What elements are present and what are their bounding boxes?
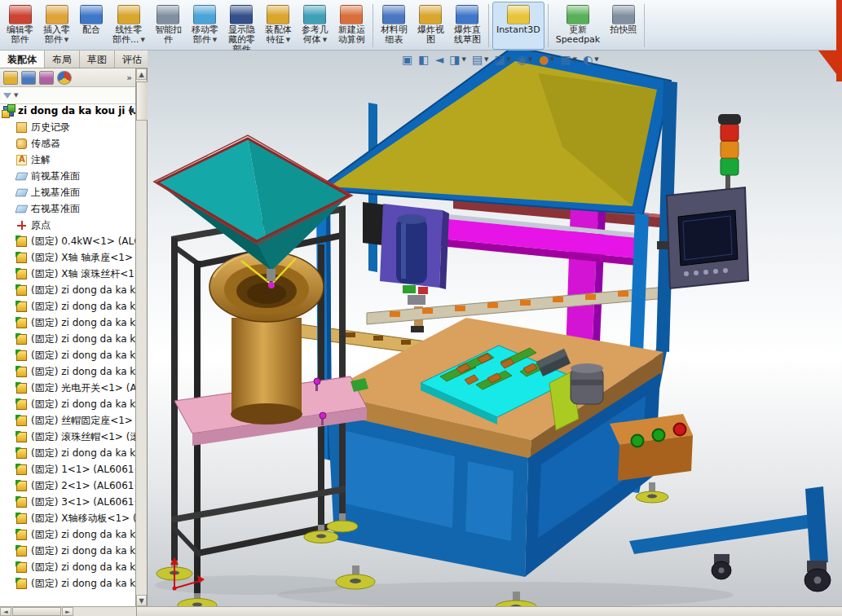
panel-collapse-icon[interactable]: ◀ bbox=[128, 106, 134, 114]
tree-item[interactable]: (固定) zi dong da ka kc bbox=[0, 526, 135, 543]
move-component-button[interactable]: 移动零部件▼ bbox=[187, 2, 223, 50]
tree-item[interactable]: (固定) X轴 滚珠丝杆<1> bbox=[0, 266, 135, 282]
tree-item[interactable]: (固定) zi dong da ka kc bbox=[0, 445, 135, 461]
control-button-box[interactable] bbox=[610, 414, 693, 481]
tree-item[interactable]: (固定) zi dong da ka kc bbox=[0, 575, 135, 592]
scroll-down-icon[interactable]: ▼ bbox=[136, 595, 147, 606]
tree-root-item[interactable]: zi dong da ka kou ji (.<默 bbox=[0, 103, 135, 119]
explode-sketch-icon bbox=[456, 5, 478, 24]
ribbon-button-label: 插入零部件▼ bbox=[43, 25, 70, 45]
tree-item[interactable]: (固定) 0.4kW<1> (AL60 bbox=[0, 233, 135, 249]
tab-sketch[interactable]: 草图 bbox=[80, 51, 115, 68]
tree-item[interactable]: (固定) zi dong da ka kc bbox=[0, 331, 135, 347]
tree-item[interactable]: (固定) zi dong da ka kc bbox=[0, 298, 135, 315]
origin-icon bbox=[16, 220, 27, 231]
linear-component-pattern-button[interactable]: 线性零部件...▼ bbox=[108, 2, 149, 50]
part-icon bbox=[16, 301, 27, 312]
new-motion-study-button[interactable]: 新建运动算例 bbox=[334, 2, 369, 50]
tree-item[interactable]: (固定) 光电开关<1> (AL6 bbox=[0, 380, 135, 396]
plane-icon bbox=[15, 205, 28, 212]
propertymanager-tab[interactable] bbox=[21, 71, 36, 85]
tree-item[interactable]: (固定) 丝帽固定座<1> (A bbox=[0, 412, 135, 429]
scroll-left-icon[interactable]: ◄ bbox=[0, 607, 11, 616]
tree-item[interactable]: (固定) zi dong da ka kc bbox=[0, 543, 135, 559]
bom-button[interactable]: 材料明细表 bbox=[377, 2, 412, 50]
tree-item[interactable]: 右视基准面 bbox=[0, 200, 135, 217]
hide-show-items-icon[interactable]: ◉▼ bbox=[517, 51, 533, 68]
tree-item[interactable]: (固定) zi dong da ka kc bbox=[0, 315, 135, 331]
section-view-icon[interactable]: ◨▼ bbox=[449, 51, 466, 68]
pane-tabs-overflow-icon[interactable]: » bbox=[126, 73, 132, 83]
exploded-view-button[interactable]: 爆炸视图 bbox=[413, 2, 448, 50]
insert-component-button[interactable]: 插入零部件▼ bbox=[39, 2, 74, 50]
tree-item[interactable]: (固定) 滚珠丝帽<1> (滚珠 bbox=[0, 429, 135, 445]
tree-item[interactable]: 前视基准面 bbox=[0, 168, 135, 184]
filter-icon bbox=[3, 93, 11, 99]
tree-item[interactable]: (固定) 1<1> (AL6061+无 bbox=[0, 461, 135, 477]
tree-item[interactable]: 历史记录 bbox=[0, 119, 135, 135]
featuremanager-tab[interactable] bbox=[3, 71, 18, 85]
view-settings-icon[interactable]: ◐▼ bbox=[583, 51, 599, 68]
ribbon-button-label: 编辑零部件 bbox=[7, 25, 33, 45]
smart-fasteners-button[interactable]: 智能扣件 bbox=[151, 2, 186, 50]
tree-item[interactable]: (固定) X轴移动板<1> (A bbox=[0, 510, 135, 526]
tree-filter-row[interactable]: ▼ bbox=[0, 87, 135, 104]
display-style-icon[interactable]: ◪▼ bbox=[495, 51, 512, 68]
tree-item[interactable]: (固定) zi dong da ka kc bbox=[0, 282, 135, 298]
tree-item[interactable]: (固定) zi dong da ka kc bbox=[0, 363, 135, 380]
tree-item[interactable]: 原点 bbox=[0, 217, 135, 233]
assembly-features-button[interactable]: 装配体特征▼ bbox=[261, 2, 296, 50]
mate-button[interactable]: 配合 bbox=[76, 2, 107, 50]
feature-tree: 历史记录传感器注解前视基准面上视基准面右视基准面原点(固定) 0.4kW<1> … bbox=[0, 119, 135, 592]
assembly-icon bbox=[3, 106, 14, 117]
feature-tree-container: zi dong da ka kou ji (.<默 历史记录传感器注解前视基准面… bbox=[0, 103, 135, 606]
reference-geometry-button[interactable]: 参考几何体▼ bbox=[298, 2, 333, 50]
graphics-area[interactable]: ▣◧◄◨▼▤▼◪▼◉▼●▼▦▼◐▼ bbox=[148, 51, 842, 606]
show-hidden-components-button[interactable]: 显示隐藏的零部件 bbox=[224, 2, 259, 50]
view-orientation-icon[interactable]: ▤▼ bbox=[472, 51, 489, 68]
ribbon: 编辑零部件插入零部件▼配合线性零部件...▼智能扣件移动零部件▼显示隐藏的零部件… bbox=[0, 0, 842, 51]
tree-item[interactable]: 传感器 bbox=[0, 135, 135, 152]
tree-item[interactable]: (固定) zi dong da ka kc bbox=[0, 396, 135, 412]
tree-item[interactable]: (固定) 3<1> (AL6061+无 bbox=[0, 494, 135, 510]
edit-component-button[interactable]: 编辑零部件 bbox=[2, 2, 37, 50]
scroll-up-icon[interactable]: ▲ bbox=[136, 68, 147, 80]
tab-assembly[interactable]: 装配体 bbox=[0, 51, 45, 68]
task-pane-edge[interactable] bbox=[836, 0, 842, 81]
instant3d-button[interactable]: Instant3D bbox=[492, 2, 544, 50]
horizontal-scrollbar[interactable]: ◄ ► bbox=[0, 607, 137, 616]
scrollbar-thumb[interactable] bbox=[12, 607, 61, 616]
zoom-fit-icon[interactable]: ▣ bbox=[402, 51, 412, 68]
ribbon-button-label: 拍快照 bbox=[610, 25, 637, 35]
vertical-scrollbar[interactable]: ▲ ▼ bbox=[136, 68, 148, 606]
hmi-panel[interactable] bbox=[657, 187, 748, 288]
sensors-icon bbox=[16, 139, 27, 149]
zoom-area-icon[interactable]: ◧ bbox=[418, 51, 429, 68]
apply-scene-icon[interactable]: ▦▼ bbox=[560, 51, 577, 68]
scroll-right-icon[interactable]: ► bbox=[62, 607, 73, 616]
previous-view-icon[interactable]: ◄ bbox=[434, 51, 443, 68]
displaymanager-tab[interactable] bbox=[57, 71, 72, 85]
scrollbar-thumb[interactable] bbox=[136, 81, 148, 121]
update-speedpak-button[interactable]: 更新Speedpak bbox=[552, 2, 605, 50]
tree-item[interactable]: 上视基准面 bbox=[0, 184, 135, 200]
tree-item[interactable]: 注解 bbox=[0, 152, 135, 168]
ribbon-button-label: 移动零部件▼ bbox=[192, 25, 218, 45]
tree-item[interactable]: (固定) X轴 轴承座<1> (A bbox=[0, 249, 135, 266]
tree-root-label: zi dong da ka kou ji (.<默 bbox=[18, 104, 135, 118]
edit-appearance-icon[interactable]: ●▼ bbox=[539, 51, 555, 68]
tab-evaluate[interactable]: 评估 bbox=[115, 51, 150, 68]
red-button bbox=[674, 424, 686, 436]
filter-dropdown-icon[interactable]: ▼ bbox=[14, 92, 18, 99]
machine-assembly[interactable] bbox=[300, 51, 831, 606]
tower-light-green bbox=[721, 158, 738, 175]
tree-item[interactable]: (固定) zi dong da ka kc bbox=[0, 347, 135, 363]
tab-layout[interactable]: 布局 bbox=[45, 51, 80, 68]
take-snapshot-button[interactable]: 拍快照 bbox=[606, 2, 641, 50]
configurationmanager-tab[interactable] bbox=[39, 71, 54, 85]
tree-item[interactable]: (固定) zi dong da ka kc bbox=[0, 559, 135, 575]
explode-line-sketch-button[interactable]: 爆炸直线草图 bbox=[450, 2, 485, 50]
tree-item[interactable]: (固定) 2<1> (AL6061+无 bbox=[0, 477, 135, 494]
part-icon bbox=[16, 253, 27, 263]
status-bar: ◄ ► bbox=[0, 606, 842, 616]
